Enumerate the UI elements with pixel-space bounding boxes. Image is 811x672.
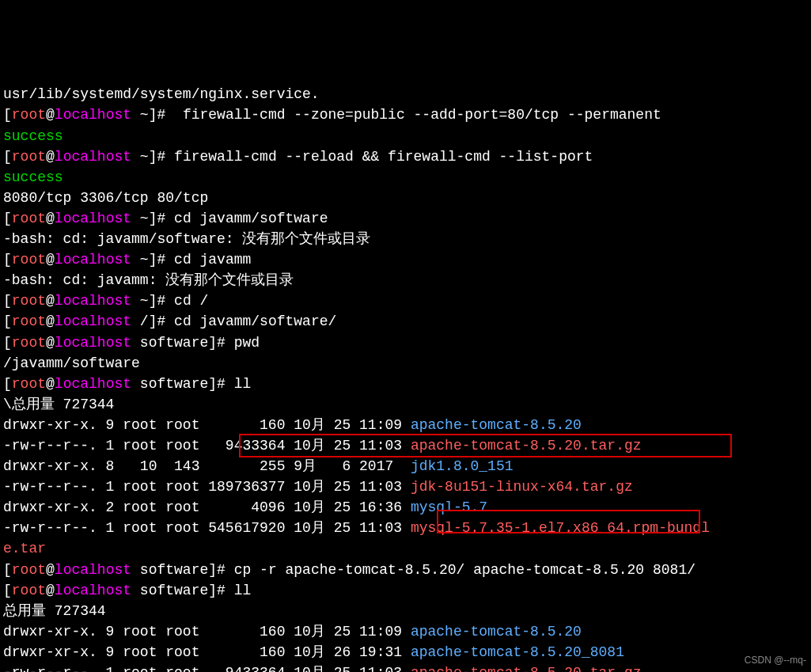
- command-text[interactable]: cd javamm/software/: [174, 313, 336, 329]
- prompt-at: @: [46, 107, 55, 123]
- terminal-line: [root@localhost ~]# cd /: [3, 290, 808, 311]
- ls-filename: jdk1.8.0_151: [411, 458, 514, 474]
- prompt-host: localhost: [55, 107, 131, 123]
- output-text: success: [3, 128, 63, 144]
- output-text: usr/lib/systemd/system/nginx.service.: [3, 86, 320, 102]
- terminal-line: drwxr-xr-x. 8 10 143 255 9月 6 2017 jdk1.…: [3, 456, 808, 476]
- terminal-line: [root@localhost ~]# firewall-cmd --zone=…: [3, 104, 808, 125]
- prompt-cwd: ~: [131, 293, 149, 309]
- prompt-bracket: [: [3, 562, 12, 578]
- command-text[interactable]: cd javamm/software: [174, 211, 328, 226]
- ls-meta: -rw-r--r--. 1 root root 9433364 10月 25 1…: [3, 438, 411, 454]
- prompt-at: @: [46, 252, 55, 268]
- terminal-line: [root@localhost ~]# firewall-cmd --reloa…: [3, 146, 808, 167]
- terminal-output[interactable]: usr/lib/systemd/system/nginx.service.[ro…: [3, 84, 808, 672]
- prompt-user: root: [12, 583, 46, 598]
- command-text[interactable]: ll: [234, 583, 252, 598]
- prompt-at: @: [46, 313, 55, 329]
- ls-meta: -rw-r--r--. 1 root root 545617920 10月 25…: [3, 520, 411, 536]
- terminal-line: [root@localhost /]# cd javamm/software/: [3, 311, 808, 332]
- prompt-bracket: [: [3, 149, 12, 165]
- prompt-user: root: [12, 293, 46, 309]
- terminal-line: -bash: cd: javamm: 没有那个文件或目录: [3, 270, 808, 290]
- prompt-user: root: [12, 376, 46, 392]
- ls-meta: -rw-r--r--. 1 root root 9433364 10月 25 1…: [3, 665, 411, 672]
- prompt-suffix: ]#: [149, 313, 174, 329]
- prompt-suffix: ]#: [208, 376, 233, 392]
- terminal-line: e.tar: [3, 538, 808, 559]
- prompt-bracket: [: [3, 211, 12, 226]
- terminal-line: -rw-r--r--. 1 root root 9433364 10月 25 1…: [3, 663, 808, 672]
- ls-meta: drwxr-xr-x. 9 root root 160 10月 25 11:09: [3, 624, 411, 640]
- terminal-line: drwxr-xr-x. 9 root root 160 10月 25 11:09…: [3, 621, 808, 642]
- prompt-host: localhost: [55, 583, 131, 598]
- prompt-suffix: ]#: [149, 211, 174, 226]
- ls-meta: drwxr-xr-x. 8 10 143 255 9月 6 2017: [3, 458, 411, 474]
- prompt-at: @: [46, 562, 55, 578]
- prompt-suffix: ]#: [149, 149, 174, 165]
- prompt-at: @: [46, 376, 55, 392]
- command-text[interactable]: pwd: [234, 335, 260, 351]
- output-text: success: [3, 169, 63, 185]
- ls-meta: drwxr-xr-x. 9 root root 160 10月 26 19:31: [3, 644, 411, 660]
- terminal-line: 总用量 727344: [3, 601, 808, 621]
- terminal-line: usr/lib/systemd/system/nginx.service.: [3, 84, 808, 104]
- prompt-cwd: ~: [131, 107, 149, 123]
- terminal-line: /javamm/software: [3, 353, 808, 374]
- prompt-user: root: [12, 313, 46, 329]
- terminal-line: [root@localhost software]# pwd: [3, 332, 808, 353]
- prompt-user: root: [12, 149, 46, 165]
- ls-filename: mysql-5.7.35-1.el7.x86_64.rpm-bundl: [411, 520, 710, 536]
- output-text: /javamm/software: [3, 355, 140, 371]
- prompt-host: localhost: [55, 313, 131, 329]
- ls-filename: apache-tomcat-8.5.20.tar.gz: [411, 438, 642, 454]
- prompt-user: root: [12, 335, 46, 351]
- command-text[interactable]: firewall-cmd --zone=public --add-port=80…: [174, 107, 661, 123]
- ls-filename: apache-tomcat-8.5.20: [411, 417, 582, 433]
- terminal-line: [root@localhost software]# cp -r apache-…: [3, 560, 808, 580]
- prompt-bracket: [: [3, 252, 12, 268]
- prompt-cwd: software: [131, 583, 208, 598]
- prompt-user: root: [12, 252, 46, 268]
- command-text[interactable]: cd javamm: [174, 252, 251, 268]
- prompt-host: localhost: [55, 562, 131, 578]
- ls-filename: apache-tomcat-8.5.20.tar.gz: [411, 665, 642, 672]
- terminal-line: -bash: cd: javamm/software: 没有那个文件或目录: [3, 229, 808, 249]
- ls-meta: drwxr-xr-x. 2 root root 4096 10月 25 16:3…: [3, 499, 411, 515]
- prompt-cwd: /: [131, 313, 149, 329]
- ls-meta: -rw-r--r--. 1 root root 189736377 10月 25…: [3, 479, 411, 495]
- terminal-line: success: [3, 126, 808, 146]
- prompt-bracket: [: [3, 313, 12, 329]
- prompt-bracket: [: [3, 293, 12, 309]
- prompt-host: localhost: [55, 211, 131, 226]
- prompt-bracket: [: [3, 335, 12, 351]
- ls-filename-wrap: e.tar: [3, 541, 46, 556]
- terminal-line: [root@localhost ~]# cd javamm/software: [3, 208, 808, 229]
- prompt-cwd: ~: [131, 252, 149, 268]
- prompt-suffix: ]#: [208, 335, 233, 351]
- terminal-line: \总用量 727344: [3, 394, 808, 415]
- ls-filename: mysql-5.7: [411, 499, 487, 515]
- prompt-suffix: ]#: [208, 562, 233, 578]
- prompt-cwd: software: [131, 335, 208, 351]
- command-text[interactable]: cp -r apache-tomcat-8.5.20/ apache-tomca…: [234, 562, 695, 578]
- prompt-host: localhost: [55, 376, 131, 392]
- terminal-line: -rw-r--r--. 1 root root 9433364 10月 25 1…: [3, 435, 808, 456]
- prompt-suffix: ]#: [149, 293, 174, 309]
- ls-filename: jdk-8u151-linux-x64.tar.gz: [411, 479, 633, 495]
- prompt-at: @: [46, 211, 55, 226]
- command-text[interactable]: firewall-cmd --reload && firewall-cmd --…: [174, 149, 593, 165]
- terminal-line: [root@localhost ~]# cd javamm: [3, 249, 808, 270]
- output-text: 总用量 727344: [3, 603, 106, 619]
- terminal-line: [root@localhost software]# ll: [3, 374, 808, 394]
- terminal-line: 8080/tcp 3306/tcp 80/tcp: [3, 188, 808, 208]
- command-text[interactable]: ll: [234, 376, 252, 392]
- watermark: CSDN @--mq-: [745, 654, 806, 667]
- prompt-user: root: [12, 211, 46, 226]
- prompt-bracket: [: [3, 376, 12, 392]
- prompt-suffix: ]#: [149, 252, 174, 268]
- prompt-bracket: [: [3, 107, 12, 123]
- prompt-at: @: [46, 335, 55, 351]
- command-text[interactable]: cd /: [174, 293, 208, 309]
- terminal-line: success: [3, 167, 808, 188]
